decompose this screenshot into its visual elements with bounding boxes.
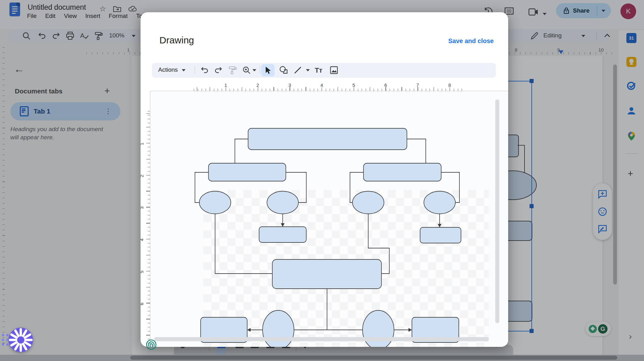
actions-menu[interactable]: Actions [158, 66, 178, 73]
text-tool-icon[interactable]: Tᴛ [315, 66, 322, 75]
flow-left-rect[interactable] [208, 163, 286, 181]
canvas-vertical-scrollbar[interactable] [495, 99, 499, 323]
flow-ellipse-1[interactable] [199, 191, 231, 214]
drawing-undo-icon[interactable] [200, 66, 209, 75]
flow-ellipse-6[interactable] [363, 310, 394, 347]
drawing-toolbar: Actions [152, 63, 496, 78]
drawing-dialog: Drawing Save and close Actions [141, 12, 508, 347]
flow-right-rect[interactable] [364, 163, 441, 181]
canvas-hruler-major-ticks [194, 87, 463, 91]
flow-ellipse-5[interactable] [263, 310, 294, 347]
zoom-tool-caret[interactable] [253, 69, 256, 71]
save-and-close-button[interactable]: Save and close [448, 37, 494, 45]
fingerprint-extension-icon[interactable] [144, 337, 158, 352]
drawing-paint-format-icon-disabled[interactable] [228, 66, 237, 75]
flow-ellipse-4[interactable] [424, 191, 455, 214]
dialog-title: Drawing [159, 35, 194, 46]
insert-image-icon[interactable] [330, 66, 339, 75]
shape-tool-icon[interactable] [279, 66, 288, 75]
drawing-canvas[interactable] [150, 91, 508, 347]
canvas-horizontal-scrollbar[interactable] [154, 337, 489, 341]
flow-mid-rect[interactable] [272, 259, 381, 289]
flowchart [150, 91, 508, 347]
zoom-tool-icon[interactable] [242, 66, 252, 75]
flow-small-rect-b[interactable] [420, 227, 461, 243]
actions-caret[interactable] [182, 69, 186, 71]
flow-small-rect-a[interactable] [259, 227, 306, 242]
gemini-fab-button[interactable] [8, 328, 33, 352]
flow-ellipse-3[interactable] [353, 191, 384, 214]
line-tool-caret[interactable] [306, 69, 310, 71]
line-tool-icon[interactable] [293, 66, 303, 75]
screen: Untitled document ☆ File Edit View Inser… [0, 0, 644, 361]
flow-top-rect[interactable] [248, 128, 407, 150]
canvas-vruler-major-ticks [146, 111, 150, 347]
select-tool-icon[interactable] [264, 66, 273, 75]
flow-ellipse-2[interactable] [267, 191, 298, 214]
drawing-redo-icon[interactable] [214, 66, 224, 75]
